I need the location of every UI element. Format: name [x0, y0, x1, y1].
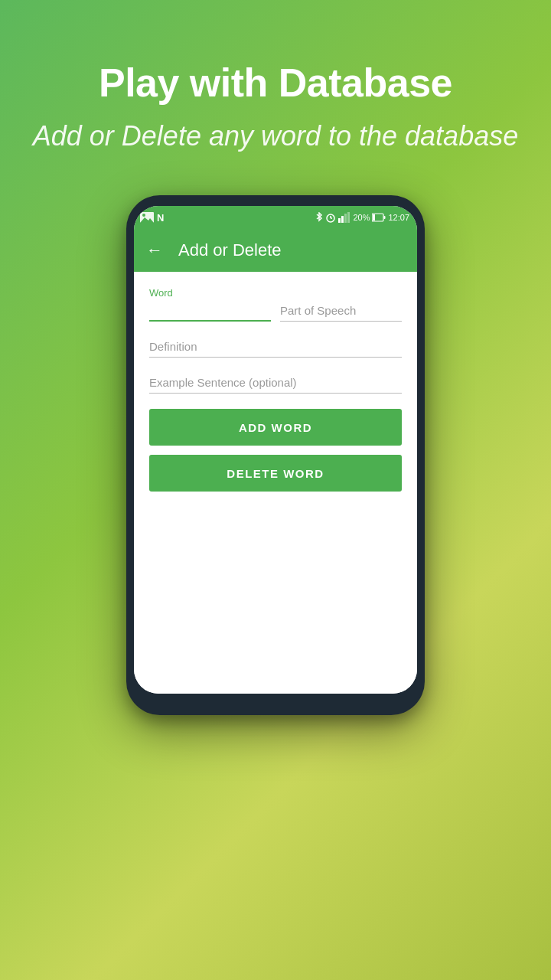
pos-field-group: [280, 301, 402, 322]
definition-input[interactable]: [149, 337, 402, 358]
n-icon: N: [157, 212, 168, 223]
signal-icon: [338, 212, 350, 223]
status-icons-left: N: [140, 212, 168, 223]
example-row: [149, 373, 402, 394]
image-icon: [140, 212, 154, 223]
time-display: 12:07: [388, 213, 409, 222]
battery-percent: 20%: [353, 213, 370, 222]
alarm-icon: [325, 212, 336, 223]
word-pos-row: Word: [149, 287, 402, 322]
page-title: Play with Database: [99, 61, 452, 105]
bluetooth-icon: [315, 212, 323, 223]
svg-point-1: [142, 214, 145, 217]
phone-mockup: N: [126, 195, 425, 715]
definition-row: [149, 337, 402, 358]
svg-rect-8: [341, 216, 344, 223]
svg-rect-12: [373, 214, 375, 220]
word-field-group: Word: [149, 287, 271, 322]
svg-rect-10: [347, 212, 350, 223]
word-input[interactable]: [149, 300, 271, 322]
example-input[interactable]: [149, 373, 402, 394]
word-label: Word: [149, 287, 271, 299]
svg-rect-7: [338, 218, 341, 223]
page-subtitle: Add or Delete any word to the database: [2, 119, 549, 153]
action-bar: ← Add or Delete: [134, 229, 417, 272]
part-of-speech-input[interactable]: [280, 301, 402, 322]
back-button[interactable]: ←: [146, 240, 163, 260]
bottom-content-area: [134, 510, 417, 694]
add-word-button[interactable]: ADD WORD: [149, 409, 402, 446]
battery-icon: [372, 213, 386, 222]
status-icons-right: 20% 12:07: [315, 212, 409, 223]
svg-rect-13: [384, 216, 386, 219]
delete-word-button[interactable]: DELETE WORD: [149, 455, 402, 492]
form-area: Word ADD WORD DELE: [134, 272, 417, 510]
phone-outer: N: [126, 195, 425, 715]
action-bar-title: Add or Delete: [178, 240, 282, 260]
status-bar: N: [134, 206, 417, 229]
svg-text:N: N: [157, 212, 164, 223]
phone-screen: N: [134, 206, 417, 694]
svg-rect-9: [344, 214, 347, 223]
